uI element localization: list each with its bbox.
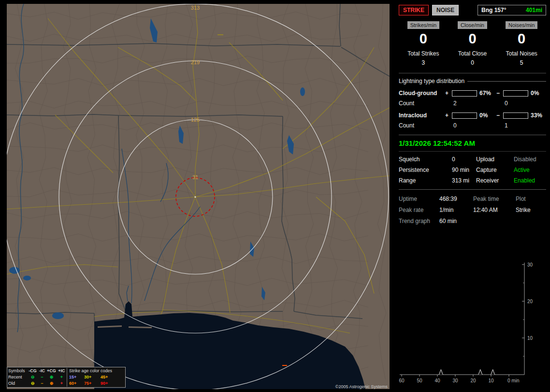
ic-positive-count: 0 <box>452 122 477 129</box>
close-per-min-label: Close/min <box>458 21 487 29</box>
bearing-readout: Bng 157° 401mi <box>478 5 546 15</box>
lightning-map[interactable]: 313 219 125 31 Symbols -CG -IC +CG +IC S… <box>7 4 390 389</box>
noises-counter: Noises/min 0 Total Noises 5 <box>497 21 546 66</box>
circle-plus-icon: ⊕ <box>46 380 57 387</box>
cg-positive-pct: 67% <box>477 90 496 97</box>
uptime-value: 468:39 <box>439 196 473 202</box>
peak-time-label: Peak time <box>473 196 516 202</box>
peak-rate-value: 1/min <box>439 207 473 213</box>
squelch-value: 0 <box>452 156 476 163</box>
trend-graph: 6050403020100 min102030 <box>399 262 546 388</box>
total-close-value: 0 <box>448 59 497 66</box>
count-label: Count <box>399 100 445 107</box>
stats-grid: Uptime 468:39 Peak time Plot Peak rate 1… <box>399 190 546 226</box>
svg-text:10: 10 <box>488 378 494 383</box>
trend-graph-canvas: 6050403020100 min102030 <box>399 262 547 388</box>
section-divider <box>399 73 546 73</box>
range-label: Range <box>399 177 452 184</box>
count-label: Count <box>399 122 445 129</box>
cg-positive-bar <box>452 90 477 97</box>
minus-icon: − <box>38 380 46 387</box>
datetime-display: 1/31/2026 12:54:52 AM <box>399 135 546 152</box>
ring-label-alarm: 31 <box>192 174 198 180</box>
legend-row-old-label: Old <box>8 380 28 387</box>
minus-sign: − <box>496 90 503 97</box>
map-legend: Symbols -CG -IC +CG +IC Strike age color… <box>7 367 126 388</box>
cg-negative-pct: 0% <box>528 90 546 97</box>
status-panel: STRIKE NOISE Bng 157° 401mi Strikes/min … <box>395 5 547 388</box>
plus-sign: + <box>445 90 452 97</box>
trend-graph-label: Trend graph <box>399 218 439 224</box>
ring-label-outer: 313 <box>191 5 200 11</box>
total-strikes-value: 3 <box>399 59 448 66</box>
circle-minus-icon: ⊖ <box>28 374 38 380</box>
noises-per-min-label: Noises/min <box>506 21 537 29</box>
bearing-range-value: 401mi <box>526 7 542 14</box>
cloud-ground-label: Cloud-ground <box>399 90 445 97</box>
circle-minus-icon: ⊖ <box>28 380 38 387</box>
squelch-label: Squelch <box>399 156 452 163</box>
legend-symbols-header: Symbols <box>8 368 28 374</box>
legend-col-pos-cg: +CG <box>46 368 57 374</box>
strikes-counter: Strikes/min 0 Total Strikes 3 <box>399 21 448 66</box>
ic-negative-bar <box>503 112 528 119</box>
strike-toggle-button[interactable]: STRIKE <box>399 5 429 15</box>
settings-grid: Squelch 0 Upload Disabled Persistence 90… <box>399 152 546 190</box>
strikes-per-min-value: 0 <box>399 31 448 46</box>
legend-row-recent-label: Recent <box>8 374 28 380</box>
peak-time-value: 12:40 AM <box>473 207 516 213</box>
cloud-ground-count-row: Count 2 0 <box>399 100 546 107</box>
panel-header: STRIKE NOISE Bng 157° 401mi <box>399 5 546 15</box>
age-code-75: 75+ <box>84 380 101 387</box>
map-canvas[interactable]: 313 219 125 31 <box>7 4 390 389</box>
circle-plus-icon: ⊕ <box>46 374 57 380</box>
strikes-per-min-label: Strikes/min <box>407 21 439 29</box>
close-counter: Close/min 0 Total Close 0 <box>448 21 497 66</box>
cloud-ground-row: Cloud-ground + 67% − 0% <box>399 90 546 97</box>
peak-rate-label: Peak rate <box>399 207 439 213</box>
cg-positive-count: 2 <box>452 100 477 107</box>
ic-negative-pct: 33% <box>528 112 546 119</box>
receiver-status: Enabled <box>514 177 546 184</box>
distribution-title: Lightning type distribution <box>399 78 546 84</box>
persistence-value: 90 min <box>452 167 476 173</box>
plus-sign: + <box>445 112 452 119</box>
age-code-45: 45+ <box>101 374 119 380</box>
ring-label-middle: 219 <box>191 59 200 65</box>
capture-status: Active <box>514 167 546 173</box>
trend-window-value: 60 min <box>439 218 473 224</box>
total-noises-value: 5 <box>497 59 546 66</box>
rate-counters: Strikes/min 0 Total Strikes 3 Close/min … <box>399 21 546 66</box>
uptime-label: Uptime <box>399 196 439 202</box>
cg-negative-bar <box>503 90 528 97</box>
ic-positive-bar <box>452 112 477 119</box>
receiver-center-dot <box>194 196 196 197</box>
svg-text:50: 50 <box>417 378 422 383</box>
total-noises-label: Total Noises <box>497 50 546 57</box>
plus-icon: + <box>57 380 67 387</box>
upload-label: Upload <box>476 156 514 163</box>
ring-label-inner: 125 <box>191 117 200 123</box>
noise-toggle-button[interactable]: NOISE <box>432 5 459 15</box>
total-close-label: Total Close <box>448 50 497 57</box>
range-value: 313 mi <box>452 177 476 184</box>
svg-text:20: 20 <box>470 378 476 383</box>
ic-positive-pct: 0% <box>477 112 496 119</box>
upload-status: Disabled <box>514 156 546 163</box>
intracloud-row: Intracloud + 0% − 33% <box>399 112 546 119</box>
svg-text:40: 40 <box>434 378 440 383</box>
svg-text:60: 60 <box>399 378 405 383</box>
svg-text:10: 10 <box>527 336 533 341</box>
bearing-value: Bng 157° <box>481 7 506 14</box>
age-code-90: 90+ <box>101 380 119 387</box>
close-per-min-value: 0 <box>448 31 497 46</box>
svg-text:20: 20 <box>527 299 533 304</box>
age-code-60: 60+ <box>67 380 84 387</box>
receiver-label: Receiver <box>476 177 514 184</box>
intracloud-count-row: Count 0 1 <box>399 122 546 129</box>
cg-negative-count: 0 <box>503 100 528 107</box>
plot-value: Strike <box>516 207 546 213</box>
minus-sign: − <box>496 112 503 119</box>
intracloud-label: Intracloud <box>399 112 445 119</box>
capture-label: Capture <box>476 167 514 173</box>
